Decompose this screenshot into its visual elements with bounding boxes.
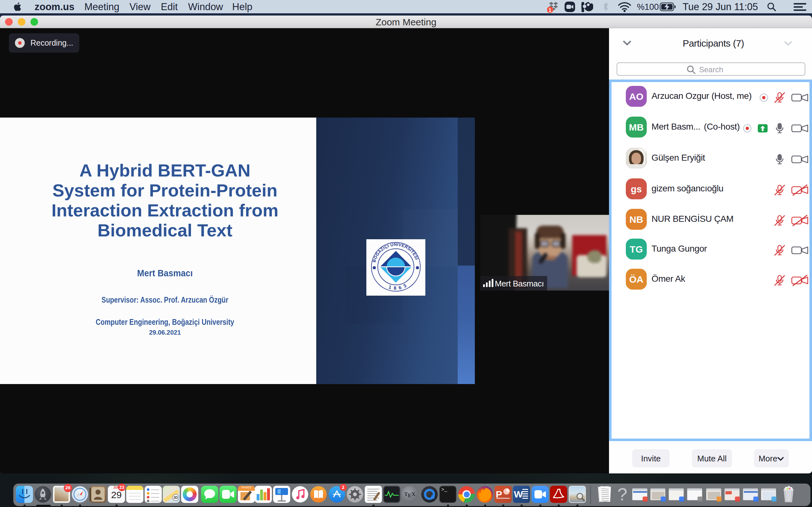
svg-text:1863: 1863	[388, 281, 410, 291]
svg-text:1: 1	[549, 8, 552, 13]
